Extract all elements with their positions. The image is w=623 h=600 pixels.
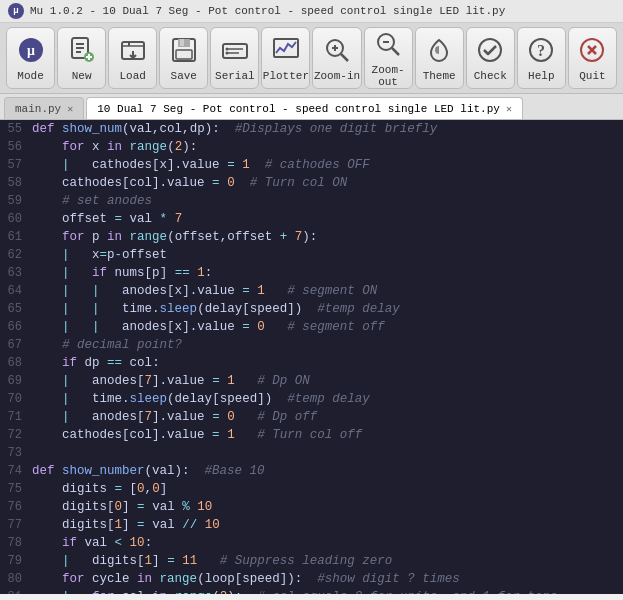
code-line: 81 | for col in range(2): # col equals 0… <box>0 588 623 594</box>
line-content: # decimal point? <box>32 336 182 354</box>
line-number: 55 <box>0 120 32 138</box>
line-content: | anodes[7].value = 0 # Dp off <box>32 408 317 426</box>
code-line: 62 | x=p-offset <box>0 246 623 264</box>
toolbar-btn-save[interactable]: Save <box>159 27 208 89</box>
toolbar-btn-label-load: Load <box>119 70 145 82</box>
toolbar-btn-zoom-out[interactable]: Zoom-out <box>364 27 413 89</box>
line-content: def show_num(val,col,dp): #Displays one … <box>32 120 437 138</box>
line-content: digits[0] = val % 10 <box>32 498 212 516</box>
code-line: 56 for x in range(2): <box>0 138 623 156</box>
code-line: 55def show_num(val,col,dp): #Displays on… <box>0 120 623 138</box>
line-content: digits = [0,0] <box>32 480 167 498</box>
tab-dual7seg[interactable]: 10 Dual 7 Seg - Pot control - speed cont… <box>86 97 523 119</box>
svg-rect-12 <box>180 39 184 46</box>
code-line: 69 | anodes[7].value = 1 # Dp ON <box>0 372 623 390</box>
svg-rect-13 <box>176 50 192 59</box>
code-line: 60 offset = val * 7 <box>0 210 623 228</box>
toolbar: μ Mode New Load Save Serial Plotter Zoom… <box>0 23 623 94</box>
code-line: 72 cathodes[col].value = 1 # Turn col of… <box>0 426 623 444</box>
line-number: 80 <box>0 570 32 588</box>
line-number: 74 <box>0 462 32 480</box>
line-content: | digits[1] = 11 # Suppress leading zero <box>32 552 392 570</box>
tab-label-dual7seg: 10 Dual 7 Seg - Pot control - speed cont… <box>97 103 500 115</box>
svg-text:μ: μ <box>27 43 35 58</box>
line-number: 58 <box>0 174 32 192</box>
code-line: 64 | | anodes[x].value = 1 # segment ON <box>0 282 623 300</box>
toolbar-btn-label-theme: Theme <box>423 70 456 82</box>
new-icon <box>66 34 98 66</box>
svg-point-28 <box>479 39 501 61</box>
svg-line-24 <box>341 54 348 61</box>
toolbar-btn-theme[interactable]: Theme <box>415 27 464 89</box>
code-line: 74def show_number(val): #Base 10 <box>0 462 623 480</box>
toolbar-btn-load[interactable]: Load <box>108 27 157 89</box>
zoom-in-icon <box>321 34 353 66</box>
code-line: 66 | | anodes[x].value = 0 # segment off <box>0 318 623 336</box>
toolbar-btn-quit[interactable]: Quit <box>568 27 617 89</box>
zoom-out-icon <box>372 28 404 60</box>
code-line: 75 digits = [0,0] <box>0 480 623 498</box>
toolbar-btn-label-mode: Mode <box>17 70 43 82</box>
code-line: 73 <box>0 444 623 462</box>
toolbar-btn-serial[interactable]: Serial <box>210 27 259 89</box>
plotter-icon <box>270 34 302 66</box>
toolbar-btn-label-check: Check <box>474 70 507 82</box>
theme-icon <box>423 34 455 66</box>
line-number: 73 <box>0 444 32 462</box>
code-line: 79 | digits[1] = 11 # Suppress leading z… <box>0 552 623 570</box>
line-number: 77 <box>0 516 32 534</box>
line-number: 76 <box>0 498 32 516</box>
toolbar-btn-label-zoom-in: Zoom-in <box>314 70 360 82</box>
line-number: 81 <box>0 588 32 594</box>
code-line: 78 if val < 10: <box>0 534 623 552</box>
toolbar-btn-plotter[interactable]: Plotter <box>261 27 310 89</box>
tab-label-main: main.py <box>15 103 61 115</box>
line-content: if val < 10: <box>32 534 152 552</box>
check-icon <box>474 34 506 66</box>
tab-close-dual7seg[interactable]: ✕ <box>506 103 512 115</box>
title-bar: μ Mu 1.0.2 - 10 Dual 7 Seg - Pot control… <box>0 0 623 23</box>
toolbar-btn-label-new: New <box>72 70 92 82</box>
toolbar-btn-label-quit: Quit <box>579 70 605 82</box>
code-line: 59 # set anodes <box>0 192 623 210</box>
mode-icon: μ <box>15 34 47 66</box>
line-content: | x=p-offset <box>32 246 167 264</box>
line-content: for cycle in range(loop[speed]): #show d… <box>32 570 460 588</box>
line-number: 57 <box>0 156 32 174</box>
code-line: 63 | if nums[p] == 1: <box>0 264 623 282</box>
code-line: 68 if dp == col: <box>0 354 623 372</box>
svg-point-18 <box>225 52 228 55</box>
code-line: 61 for p in range(offset,offset + 7): <box>0 228 623 246</box>
tab-close-main[interactable]: ✕ <box>67 103 73 115</box>
line-number: 79 <box>0 552 32 570</box>
line-content: offset = val * 7 <box>32 210 182 228</box>
code-line: 80 for cycle in range(loop[speed]): #sho… <box>0 570 623 588</box>
line-content: # set anodes <box>32 192 152 210</box>
line-content: def show_number(val): #Base 10 <box>32 462 265 480</box>
toolbar-btn-label-zoom-out: Zoom-out <box>365 64 412 88</box>
load-icon <box>117 34 149 66</box>
app-icon: μ <box>8 3 24 19</box>
toolbar-btn-zoom-in[interactable]: Zoom-in <box>312 27 361 89</box>
line-number: 78 <box>0 534 32 552</box>
line-content: digits[1] = val // 10 <box>32 516 220 534</box>
line-content: | for col in range(2): # col equals 0 fo… <box>32 588 557 594</box>
line-number: 64 <box>0 282 32 300</box>
toolbar-btn-mode[interactable]: μ Mode <box>6 27 55 89</box>
line-content: | | anodes[x].value = 1 # segment ON <box>32 282 377 300</box>
toolbar-btn-label-help: Help <box>528 70 554 82</box>
svg-point-17 <box>225 48 228 51</box>
toolbar-btn-help[interactable]: ? Help <box>517 27 566 89</box>
toolbar-btn-check[interactable]: Check <box>466 27 515 89</box>
line-number: 63 <box>0 264 32 282</box>
code-line: 71 | anodes[7].value = 0 # Dp off <box>0 408 623 426</box>
code-editor[interactable]: 55def show_num(val,col,dp): #Displays on… <box>0 120 623 594</box>
help-icon: ? <box>525 34 557 66</box>
line-number: 75 <box>0 480 32 498</box>
toolbar-btn-new[interactable]: New <box>57 27 106 89</box>
tab-main[interactable]: main.py✕ <box>4 97 84 119</box>
toolbar-btn-label-save: Save <box>171 70 197 82</box>
line-number: 59 <box>0 192 32 210</box>
line-number: 60 <box>0 210 32 228</box>
save-icon <box>168 34 200 66</box>
